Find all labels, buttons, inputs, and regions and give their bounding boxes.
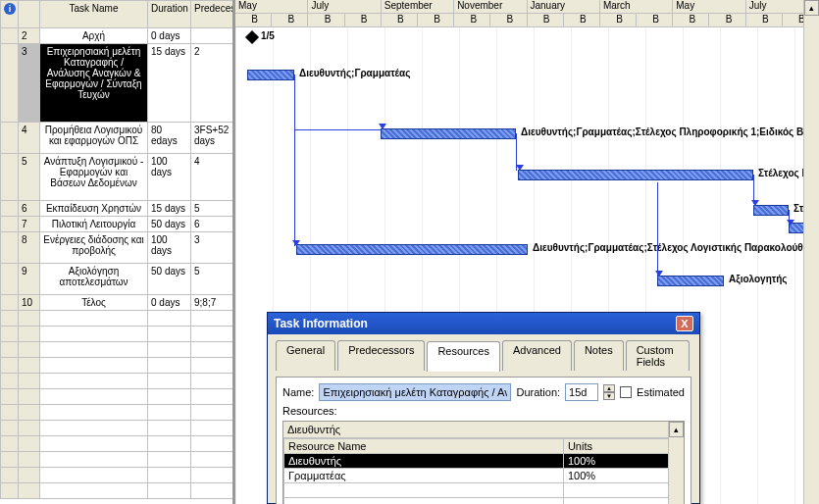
vertical-scrollbar[interactable]: ▴ bbox=[803, 0, 819, 504]
task-row[interactable]: 5Ανάπτυξη Λογισμικού - Εφαρμογών και Βάσ… bbox=[1, 154, 236, 201]
empty-row[interactable] bbox=[1, 389, 236, 405]
empty-row[interactable] bbox=[1, 436, 236, 452]
col-id-header[interactable] bbox=[19, 1, 40, 28]
task-id-cell: 9 bbox=[19, 264, 40, 295]
gantt-bar[interactable] bbox=[296, 244, 528, 255]
resource-units-cell[interactable]: 100% bbox=[563, 454, 683, 469]
resource-units-cell[interactable]: 100% bbox=[563, 469, 683, 483]
tab-predecessors[interactable]: Predecessors bbox=[337, 340, 425, 371]
empty-row[interactable] bbox=[1, 452, 236, 468]
task-name-cell[interactable]: Προμήθεια Λογισμικού και εφαρμογών ΟΠΣ bbox=[40, 123, 148, 154]
task-pred-cell[interactable]: 5 bbox=[191, 264, 236, 295]
task-pred-cell[interactable]: 3 bbox=[191, 232, 236, 264]
sub-cell: B bbox=[637, 14, 673, 27]
col-duration-header[interactable]: Duration bbox=[148, 1, 191, 28]
resource-name-cell[interactable]: Διευθυντής bbox=[284, 454, 564, 469]
empty-row[interactable] bbox=[1, 342, 236, 358]
task-row[interactable]: 10Τέλος0 days9;8;7 bbox=[1, 295, 236, 311]
col-predecessors-header[interactable]: Predecessors bbox=[191, 1, 236, 28]
col-info-header[interactable]: i bbox=[1, 1, 19, 28]
tab-custom-fields[interactable]: Custom Fields bbox=[626, 340, 690, 371]
tab-resources[interactable]: Resources bbox=[427, 341, 500, 372]
task-pred-cell[interactable]: 5 bbox=[191, 201, 236, 217]
empty-resource-row[interactable] bbox=[284, 483, 684, 498]
empty-row[interactable] bbox=[1, 421, 236, 436]
res-col-units[interactable]: Units bbox=[563, 439, 683, 454]
tab-general[interactable]: General bbox=[276, 340, 335, 371]
sub-cell: B bbox=[528, 14, 564, 27]
dependency-line bbox=[294, 129, 381, 130]
month-cell: November bbox=[454, 0, 527, 14]
task-duration-cell[interactable]: 0 days bbox=[148, 28, 191, 44]
gantt-bar[interactable] bbox=[381, 128, 516, 139]
task-pred-cell[interactable]: 6 bbox=[191, 217, 236, 232]
task-duration-cell[interactable]: 15 days bbox=[148, 44, 191, 123]
task-name-cell[interactable]: Ανάπτυξη Λογισμικού - Εφαρμογών και Βάσε… bbox=[40, 154, 148, 201]
task-name-cell[interactable]: Αξιολόγηση αποτελεσμάτων bbox=[40, 264, 148, 295]
scroll-up-button[interactable]: ▴ bbox=[804, 0, 819, 16]
sub-cell: B bbox=[746, 14, 783, 27]
task-name-cell[interactable]: Επιχειρησιακή μελέτη Καταγραφής / Ανάλυσ… bbox=[40, 44, 148, 123]
task-name-cell[interactable]: Τέλος bbox=[40, 295, 148, 311]
tab-notes[interactable]: Notes bbox=[574, 340, 624, 371]
col-name-header[interactable]: Task Name bbox=[40, 1, 148, 28]
empty-row[interactable] bbox=[1, 358, 236, 374]
gantt-bar-label: Αξιολογητής bbox=[726, 274, 788, 284]
task-duration-cell[interactable]: 50 days bbox=[148, 217, 191, 232]
close-icon[interactable]: X bbox=[676, 316, 693, 331]
spin-down-icon[interactable]: ▼ bbox=[603, 392, 615, 400]
task-name-cell[interactable]: Πιλοτική Λειτουργία bbox=[40, 217, 148, 232]
task-row[interactable]: 7Πιλοτική Λειτουργία50 days6 bbox=[1, 217, 236, 232]
empty-resource-row[interactable] bbox=[284, 498, 684, 505]
gantt-bar[interactable] bbox=[657, 276, 724, 286]
task-name-cell[interactable]: Εκπαίδευση Χρηστών bbox=[40, 201, 148, 217]
task-duration-cell[interactable]: 15 days bbox=[148, 201, 191, 217]
spin-up-icon[interactable]: ▲ bbox=[603, 384, 615, 392]
task-row[interactable]: 3Επιχειρησιακή μελέτη Καταγραφής / Ανάλυ… bbox=[1, 44, 236, 123]
gantt-bar[interactable] bbox=[247, 70, 294, 80]
scroll-up-button[interactable]: ▴ bbox=[669, 422, 684, 437]
task-duration-cell[interactable]: 100 days bbox=[148, 154, 191, 201]
empty-row[interactable] bbox=[1, 327, 236, 342]
task-name-cell[interactable]: Αρχή bbox=[40, 28, 148, 44]
task-pred-cell[interactable]: 3FS+52 days bbox=[191, 123, 236, 154]
task-row[interactable]: 8Ενέργειες διάδοσης και προβολής100 days… bbox=[1, 232, 236, 264]
empty-row[interactable] bbox=[1, 311, 236, 327]
milestone-icon[interactable] bbox=[245, 30, 259, 44]
task-pred-cell[interactable] bbox=[191, 28, 236, 44]
task-table[interactable]: i Task Name Duration Predecessors 2Αρχή0… bbox=[0, 0, 235, 499]
duration-spinner[interactable]: ▲ ▼ bbox=[603, 384, 615, 400]
sub-cell: B bbox=[308, 14, 344, 27]
task-pred-cell[interactable]: 4 bbox=[191, 154, 236, 201]
task-row[interactable]: 4Προμήθεια Λογισμικού και εφαρμογών ΟΠΣ8… bbox=[1, 123, 236, 154]
gantt-bar[interactable] bbox=[518, 170, 753, 180]
task-row[interactable]: 6Εκπαίδευση Χρηστών15 days5 bbox=[1, 201, 236, 217]
tab-advanced[interactable]: Advanced bbox=[502, 340, 572, 371]
resources-grid[interactable]: Διευθυντής Resource Name Units Διευθυντή… bbox=[282, 421, 685, 504]
resource-row[interactable]: Γραμματέας100% bbox=[284, 469, 684, 483]
task-row[interactable]: 2Αρχή0 days bbox=[1, 28, 236, 44]
res-col-name[interactable]: Resource Name bbox=[284, 439, 564, 454]
milestone-label: 1/5 bbox=[261, 30, 275, 41]
empty-row[interactable] bbox=[1, 374, 236, 389]
task-duration-cell[interactable]: 0 days bbox=[148, 295, 191, 311]
task-duration-cell[interactable]: 100 days bbox=[148, 232, 191, 264]
empty-row[interactable] bbox=[1, 405, 236, 421]
resource-name-cell[interactable]: Γραμματέας bbox=[284, 469, 564, 483]
gantt-bar[interactable] bbox=[753, 205, 789, 216]
empty-row[interactable] bbox=[1, 483, 236, 499]
task-name-input[interactable] bbox=[319, 383, 511, 401]
estimated-checkbox[interactable] bbox=[620, 386, 632, 398]
duration-input[interactable] bbox=[565, 383, 598, 401]
sub-cell: B bbox=[272, 14, 308, 27]
resource-row[interactable]: Διευθυντής100% bbox=[284, 454, 684, 469]
task-row[interactable]: 9Αξιολόγηση αποτελεσμάτων50 days5 bbox=[1, 264, 236, 295]
task-duration-cell[interactable]: 50 days bbox=[148, 264, 191, 295]
task-pred-cell[interactable]: 2 bbox=[191, 44, 236, 123]
resources-scrollbar[interactable]: ▴ bbox=[668, 422, 684, 504]
task-duration-cell[interactable]: 80 edays bbox=[148, 123, 191, 154]
task-name-cell[interactable]: Ενέργειες διάδοσης και προβολής bbox=[40, 232, 148, 264]
dialog-titlebar[interactable]: Task Information X bbox=[268, 313, 699, 334]
task-pred-cell[interactable]: 9;8;7 bbox=[191, 295, 236, 311]
empty-row[interactable] bbox=[1, 468, 236, 483]
